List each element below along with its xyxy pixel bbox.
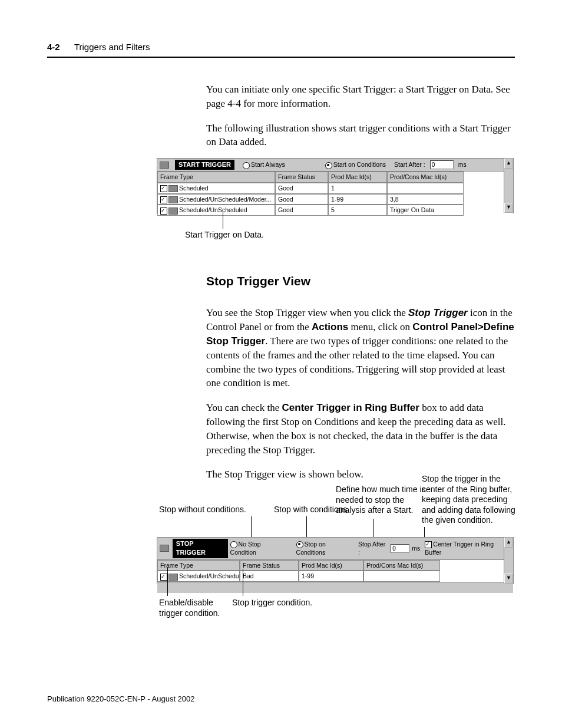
stop-para-2: You can check the Center Trigger in Ring… <box>206 401 515 457</box>
callout-line <box>167 568 168 596</box>
intro-para-1: You can initiate only one specific Start… <box>206 83 515 111</box>
callout-line <box>306 516 307 537</box>
table-row[interactable]: Scheduled/UnScheduled/Moder... Good1-993… <box>157 194 513 205</box>
row-checkbox-icon[interactable] <box>160 196 167 203</box>
radio-start-conditions[interactable]: Start on Conditions <box>325 160 386 169</box>
callout-start-data: Start Trigger on Data. <box>185 230 264 241</box>
table-row[interactable]: Scheduled/UnScheduled Good5Trigger On Da… <box>157 205 513 216</box>
row-icon <box>168 207 178 215</box>
scroll-down-icon[interactable]: ▼ <box>504 574 513 584</box>
stop-after-input[interactable]: 0 <box>391 544 409 553</box>
callout-stop-trigger-cond: Stop trigger condition. <box>232 598 338 608</box>
row-icon <box>168 185 178 192</box>
row-icon <box>168 574 178 581</box>
scrollbar[interactable]: ▲ ▼ <box>504 159 513 213</box>
col-prodcons-mac: Prod/Cons Mac Id(s) <box>387 172 464 183</box>
chapter-title: Triggers and Filters <box>74 42 150 52</box>
radio-stop-conditions[interactable]: Stop on Conditions <box>296 540 356 557</box>
callout-line <box>251 516 252 537</box>
start-trigger-screenshot: START TRIGGER Start Always Start on Cond… <box>157 158 514 213</box>
row-checkbox-icon[interactable] <box>160 574 167 581</box>
scrollbar[interactable]: ▲ ▼ <box>504 538 513 584</box>
start-topbar: START TRIGGER Start Always Start on Cond… <box>157 159 513 172</box>
row-icon <box>168 196 178 203</box>
scroll-down-icon[interactable]: ▼ <box>504 203 513 213</box>
start-after-input[interactable]: 0 <box>430 160 454 169</box>
stop-grid: Frame Type Frame Status Prod Mac Id(s) P… <box>157 560 513 593</box>
row-checkbox-icon[interactable] <box>160 185 167 192</box>
col-prodcons-mac: Prod/Cons Mac Id(s) <box>363 560 440 571</box>
stop-after-unit: ms <box>412 544 420 553</box>
callout-center-ring: Stop the trigger in the center of the Ri… <box>422 474 516 526</box>
radio-no-stop[interactable]: No Stop Condition <box>230 540 288 557</box>
intro-para-2: The following illustration shows start t… <box>206 121 515 150</box>
radio-start-always[interactable]: Start Always <box>243 160 285 169</box>
col-frame-type: Frame Type <box>157 172 275 183</box>
page-header: 4-2 Triggers and Filters <box>47 40 515 58</box>
stop-para-1: You see the Stop Trigger view when you c… <box>206 306 515 390</box>
callout-line <box>223 212 223 229</box>
callout-line <box>243 569 243 596</box>
table-row[interactable]: Scheduled/UnScheduled/Moder... Bad1-99 <box>157 571 513 582</box>
table-row[interactable]: Scheduled Good1 <box>157 183 513 194</box>
start-title: START TRIGGER <box>175 160 234 170</box>
scroll-up-icon[interactable]: ▲ <box>504 159 513 169</box>
col-prod-mac: Prod Mac Id(s) <box>299 560 363 571</box>
callout-enable-disable: Enable/disable trigger condition. <box>159 598 236 618</box>
col-frame-status: Frame Status <box>275 172 328 183</box>
callout-line <box>373 519 374 537</box>
scroll-up-icon[interactable]: ▲ <box>504 538 513 548</box>
col-frame-type: Frame Type <box>157 560 240 571</box>
stop-title: STOP TRIGGER <box>173 539 228 558</box>
start-grid: Frame Type Frame Status Prod Mac Id(s) P… <box>157 172 513 216</box>
callout-stop-after: Define how much time is needed to stop t… <box>336 485 436 516</box>
section-heading: Stop Trigger View <box>206 272 515 289</box>
start-after-label: Start After : <box>394 160 425 169</box>
start-after-unit: ms <box>458 160 467 169</box>
callout-no-stop: Stop without conditions. <box>159 505 259 515</box>
stop-after-label: Stop After : <box>358 540 388 557</box>
col-frame-status: Frame Status <box>240 560 299 571</box>
row-checkbox-icon[interactable] <box>160 207 167 215</box>
app-icon <box>160 545 169 552</box>
center-ring-checkbox[interactable]: Center Trigger in Ring Buffer <box>425 540 511 557</box>
stop-trigger-screenshot: STOP TRIGGER No Stop Condition Stop on C… <box>157 537 514 584</box>
col-prod-mac: Prod Mac Id(s) <box>328 172 387 183</box>
publication-footer: Publication 9220-052C-EN-P - August 2002 <box>47 694 195 704</box>
app-icon <box>160 162 169 169</box>
page-number: 4-2 <box>47 42 60 52</box>
stop-topbar: STOP TRIGGER No Stop Condition Stop on C… <box>157 538 513 560</box>
callout-line <box>424 527 425 537</box>
